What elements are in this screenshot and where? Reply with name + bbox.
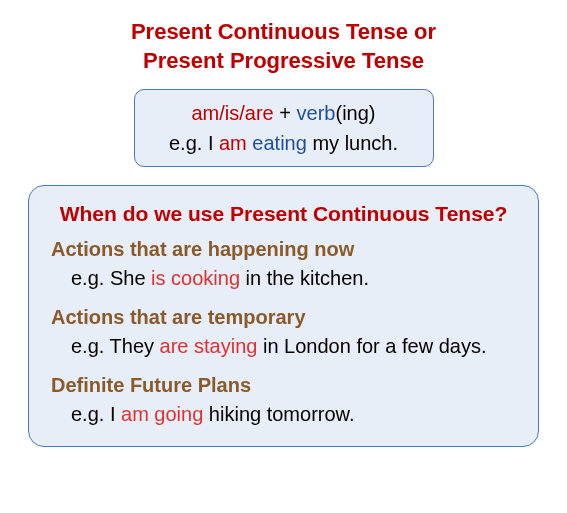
formula-eg-verb: eating: [252, 132, 307, 154]
title-line-1: Present Continuous Tense or: [131, 19, 436, 44]
usage-example-3: e.g. I am going hiking tomorrow.: [71, 403, 516, 426]
usage-eg1-rest: in the kitchen.: [240, 267, 369, 289]
formula-plus: +: [274, 102, 297, 124]
formula-box: am/is/are + verb(ing) e.g. I am eating m…: [134, 89, 434, 167]
usage-eg3-highlight: am going: [121, 403, 203, 425]
main-title: Present Continuous Tense or Present Prog…: [20, 18, 547, 75]
usage-heading-3: Definite Future Plans: [51, 374, 516, 397]
usage-eg1-prefix: e.g. She: [71, 267, 151, 289]
usage-heading-2: Actions that are temporary: [51, 306, 516, 329]
usage-eg1-highlight: is cooking: [151, 267, 240, 289]
formula-example: e.g. I am eating my lunch.: [151, 128, 417, 158]
formula-eg-rest: my lunch.: [307, 132, 398, 154]
usage-eg3-rest: hiking tomorrow.: [203, 403, 354, 425]
usage-question: When do we use Present Continuous Tense?: [51, 202, 516, 226]
title-line-2: Present Progressive Tense: [143, 48, 424, 73]
usage-example-1: e.g. She is cooking in the kitchen.: [71, 267, 516, 290]
formula-ing: ing: [342, 102, 369, 124]
formula-eg-prefix: e.g. I: [169, 132, 219, 154]
usage-eg2-rest: in London for a few days.: [257, 335, 486, 357]
formula-paren-close: ): [369, 102, 376, 124]
usage-eg2-highlight: are staying: [160, 335, 258, 357]
formula-aux: am/is/are: [192, 102, 274, 124]
usage-example-2: e.g. They are staying in London for a fe…: [71, 335, 516, 358]
usage-heading-1: Actions that are happening now: [51, 238, 516, 261]
formula-verb: verb: [297, 102, 336, 124]
formula-eg-aux: am: [219, 132, 247, 154]
usage-eg3-prefix: e.g. I: [71, 403, 121, 425]
formula-line: am/is/are + verb(ing): [151, 98, 417, 128]
usage-eg2-prefix: e.g. They: [71, 335, 160, 357]
usage-box: When do we use Present Continuous Tense?…: [28, 185, 539, 447]
